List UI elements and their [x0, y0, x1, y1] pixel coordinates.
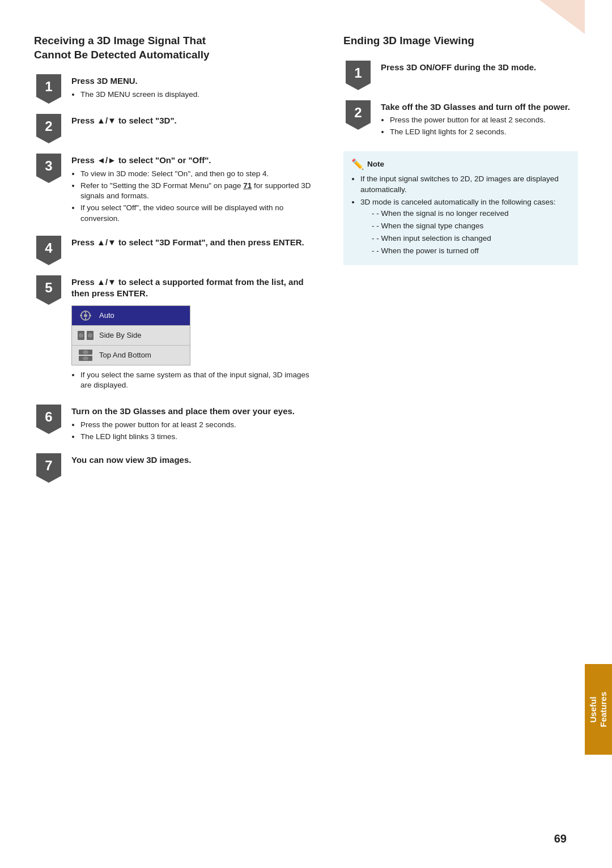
step-4-content: Press ▲/▼ to select "3D Format", and the…	[71, 233, 321, 250]
svg-rect-15	[85, 318, 86, 320]
svg-text:1: 1	[45, 79, 52, 94]
menu-row-side-by-side[interactable]: Side By Side	[72, 326, 190, 346]
right-column: Ending 3D Image Viewing 1 Press 3D ON/OF…	[343, 34, 578, 834]
right-step-1-number: 1	[343, 58, 373, 90]
step-6-number: 6	[34, 402, 63, 434]
top-and-bottom-icon	[76, 348, 95, 362]
step-1-title: Press 3D MENU.	[71, 75, 321, 87]
step-5-number: 5	[34, 273, 63, 305]
note-sub-bullets: - When the signal is no longer received …	[372, 209, 570, 257]
svg-point-19	[88, 333, 92, 338]
page-number: 69	[554, 832, 567, 845]
right-section-title: Ending 3D Image Viewing	[343, 34, 578, 48]
right-step-1-title: Press 3D ON/OFF during the 3D mode.	[381, 62, 578, 73]
right-step-1-content: Press 3D ON/OFF during the 3D mode.	[381, 58, 578, 75]
note-title: ✏️ Note	[351, 158, 570, 171]
right-step-2-block: 2 Take off the 3D Glasses and turn off t…	[343, 98, 578, 139]
svg-text:7: 7	[45, 458, 52, 473]
menu-label-top-and-bottom: Top And Bottom	[99, 351, 151, 359]
step-3-block: 3 Press ◄/► to select "On" or "Off". To …	[34, 151, 321, 225]
step-1-block: 1 Press 3D MENU. The 3D MENU screen is d…	[34, 72, 321, 104]
step-3-bullets: To view in 3D mode: Select "On", and the…	[71, 169, 321, 224]
svg-text:4: 4	[45, 240, 53, 256]
svg-text:2: 2	[45, 118, 52, 134]
step-5-block: 5 Press ▲/▼ to select a supported format…	[34, 273, 321, 392]
right-step-2-content: Take off the 3D Glasses and turn off the…	[381, 98, 578, 139]
step-7-number: 7	[34, 451, 63, 483]
step-7-block: 7 You can now view 3D images.	[34, 451, 321, 483]
step-6-title: Turn on the 3D Glasses and place them ov…	[71, 406, 321, 417]
step-5-bullets-after: If you select the same system as that of…	[71, 370, 321, 392]
step-6-content: Turn on the 3D Glasses and place them ov…	[71, 402, 321, 443]
step-4-title: Press ▲/▼ to select "3D Format", and the…	[71, 237, 321, 248]
right-step-1-block: 1 Press 3D ON/OFF during the 3D mode.	[343, 58, 578, 90]
note-box: ✏️ Note If the input signal switches to …	[343, 151, 578, 265]
step-6-block: 6 Turn on the 3D Glasses and place them …	[34, 402, 321, 443]
svg-rect-14	[85, 311, 86, 313]
menu-label-auto: Auto	[99, 311, 114, 320]
step-2-number: 2	[34, 112, 63, 143]
auto-icon	[76, 309, 95, 322]
side-tab: Useful Features	[585, 664, 612, 755]
note-bullets: If the input signal switches to 2D, 2D i…	[351, 174, 570, 257]
step-3-title: Press ◄/► to select "On" or "Off".	[71, 155, 321, 166]
right-step-2-bullets: Press the power button for at least 2 se…	[381, 115, 578, 138]
menu-label-side-by-side: Side By Side	[99, 331, 141, 339]
side-by-side-icon	[76, 329, 95, 342]
svg-text:5: 5	[45, 280, 52, 295]
menu-row-auto[interactable]: Auto	[72, 306, 190, 326]
step-1-number: 1	[34, 72, 63, 104]
menu-row-top-and-bottom[interactable]: Top And Bottom	[72, 346, 190, 365]
step-4-block: 4 Press ▲/▼ to select "3D Format", and t…	[34, 233, 321, 265]
svg-text:1: 1	[354, 65, 362, 80]
step-7-title: You can now view 3D images.	[71, 454, 321, 466]
step-1-bullets: The 3D MENU screen is displayed.	[71, 90, 321, 100]
svg-rect-13	[89, 315, 91, 316]
step-6-bullets: Press the power button for at least 2 se…	[71, 420, 321, 442]
right-step-2-title: Take off the 3D Glasses and turn off the…	[381, 101, 578, 113]
step-2-title: Press ▲/▼ to select "3D".	[71, 115, 321, 126]
step-3-number: 3	[34, 151, 63, 183]
left-section-title: Receiving a 3D Image Signal That Cannot …	[34, 34, 321, 62]
format-menu: Auto Side By Side	[71, 305, 190, 365]
note-icon: ✏️	[351, 158, 364, 171]
step-4-number: 4	[34, 233, 63, 265]
step-2-content: Press ▲/▼ to select "3D".	[71, 112, 321, 129]
svg-point-23	[83, 356, 88, 360]
step-5-content: Press ▲/▼ to select a supported format f…	[71, 273, 321, 392]
svg-point-11	[84, 314, 87, 317]
right-step-2-number: 2	[343, 98, 373, 130]
left-column: Receiving a 3D Image Signal That Cannot …	[34, 34, 321, 834]
svg-text:2: 2	[354, 105, 362, 120]
step-2-block: 2 Press ▲/▼ to select "3D".	[34, 112, 321, 143]
step-3-content: Press ◄/► to select "On" or "Off". To vi…	[71, 151, 321, 225]
svg-text:6: 6	[45, 409, 52, 424]
side-tab-text: Useful Features	[588, 692, 609, 727]
svg-text:3: 3	[45, 158, 52, 173]
step-1-content: Press 3D MENU. The 3D MENU screen is dis…	[71, 72, 321, 101]
svg-point-17	[79, 333, 83, 338]
step-7-content: You can now view 3D images.	[71, 451, 321, 468]
svg-rect-12	[80, 315, 82, 316]
step-5-title: Press ▲/▼ to select a supported format f…	[71, 276, 321, 300]
svg-point-21	[83, 350, 88, 354]
